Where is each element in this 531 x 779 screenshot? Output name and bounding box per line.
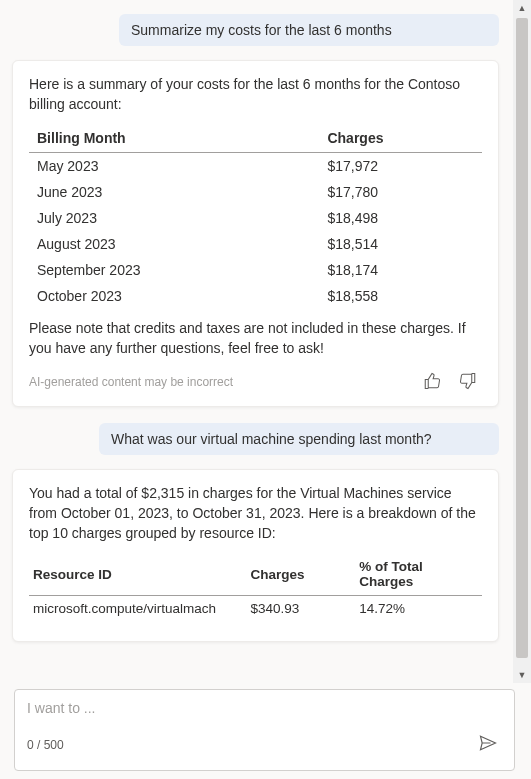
- user-message: What was our virtual machine spending la…: [99, 423, 499, 455]
- assistant-intro: You had a total of $2,315 in charges for…: [29, 484, 482, 543]
- assistant-card-costs: Here is a summary of your costs for the …: [12, 60, 499, 407]
- thumbs-down-icon: [459, 372, 477, 393]
- scroll-down-icon[interactable]: ▼: [513, 667, 531, 683]
- table-row: July 2023$18,498: [29, 205, 482, 231]
- col-header-pct: % of Total Charges: [355, 553, 482, 596]
- chat-input[interactable]: [27, 700, 502, 716]
- assistant-outro: Please note that credits and taxes are n…: [29, 319, 482, 358]
- vm-table: Resource ID Charges % of Total Charges m…: [29, 553, 482, 621]
- costs-table: Billing Month Charges May 2023$17,972 Ju…: [29, 124, 482, 309]
- ai-disclaimer: AI-generated content may be incorrect: [29, 375, 410, 389]
- table-row: August 2023$18,514: [29, 231, 482, 257]
- char-counter: 0 / 500: [27, 738, 64, 752]
- thumbs-down-button[interactable]: [454, 368, 482, 396]
- card-footer: AI-generated content may be incorrect: [29, 368, 482, 396]
- chat-scroll-area[interactable]: Summarize my costs for the last 6 months…: [0, 0, 511, 683]
- col-header-month: Billing Month: [29, 124, 323, 153]
- table-row: May 2023$17,972: [29, 153, 482, 180]
- send-button[interactable]: [474, 729, 502, 760]
- col-header-charges: Charges: [323, 124, 482, 153]
- assistant-card-vm: You had a total of $2,315 in charges for…: [12, 469, 499, 642]
- col-header-charges: Charges: [246, 553, 355, 596]
- user-message: Summarize my costs for the last 6 months: [119, 14, 499, 46]
- col-header-resource: Resource ID: [29, 553, 246, 596]
- user-message-text: Summarize my costs for the last 6 months: [131, 22, 392, 38]
- scroll-up-icon[interactable]: ▲: [513, 0, 531, 16]
- table-row: October 2023$18,558: [29, 283, 482, 309]
- user-message-text: What was our virtual machine spending la…: [111, 431, 432, 447]
- send-icon: [478, 741, 498, 756]
- thumbs-up-icon: [423, 372, 441, 393]
- assistant-intro: Here is a summary of your costs for the …: [29, 75, 482, 114]
- scrollbar-thumb[interactable]: [516, 18, 528, 658]
- table-row: September 2023$18,174: [29, 257, 482, 283]
- table-row: microsoft.compute/virtualmach $340.93 14…: [29, 596, 482, 622]
- chat-input-bar: 0 / 500: [14, 689, 515, 771]
- scrollbar-track[interactable]: ▲ ▼: [513, 0, 531, 683]
- thumbs-up-button[interactable]: [418, 368, 446, 396]
- table-row: June 2023$17,780: [29, 179, 482, 205]
